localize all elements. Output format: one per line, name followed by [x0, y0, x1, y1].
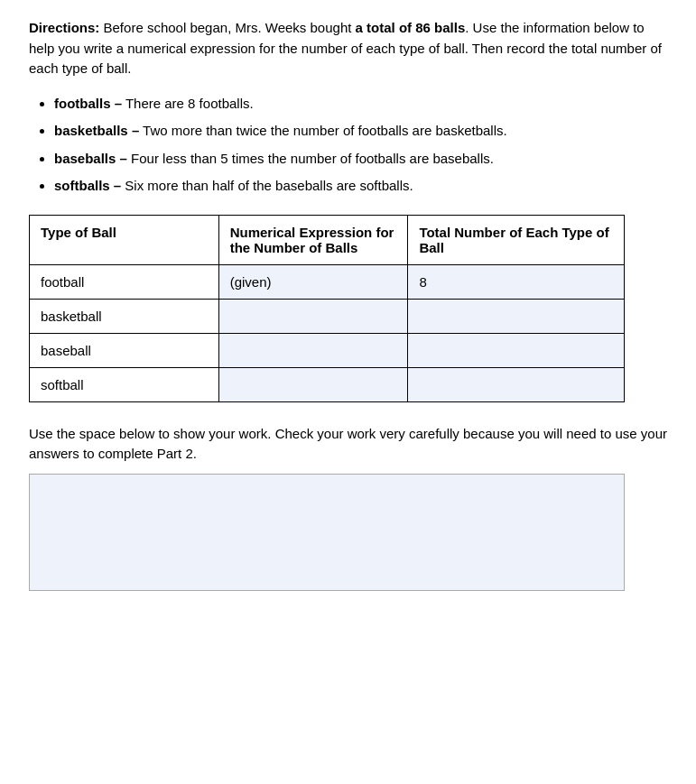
softball-expression[interactable] [218, 367, 408, 401]
workspace-instructions: Use the space below to show your work. C… [29, 424, 667, 465]
football-total[interactable]: 8 [408, 264, 625, 299]
header-type: Type of Ball [30, 215, 219, 264]
list-item-softballs: softballs – Six more than half of the ba… [54, 176, 667, 197]
football-type: football [30, 264, 219, 299]
baseballs-text: Four less than 5 times the number of foo… [127, 151, 494, 166]
workspace-area[interactable] [29, 474, 625, 591]
baseball-expression[interactable] [218, 333, 408, 367]
directions-bold: a total of 86 balls [356, 20, 466, 35]
table-row-softball: softball [30, 367, 625, 401]
baseball-type: baseball [30, 333, 219, 367]
list-item-basketballs: basketballs – Two more than twice the nu… [54, 121, 667, 142]
header-expression: Numerical Expression for the Number of B… [218, 215, 408, 264]
basketballs-text: Two more than twice the number of footba… [139, 123, 506, 138]
footballs-text: There are 8 footballs. [122, 96, 254, 111]
softball-type: softball [30, 367, 219, 401]
football-expression[interactable]: (given) [218, 264, 408, 299]
basketball-type: basketball [30, 299, 219, 333]
footballs-label: footballs – [54, 96, 122, 111]
basketball-total[interactable] [408, 299, 625, 333]
list-item-baseballs: baseballs – Four less than 5 times the n… [54, 149, 667, 170]
baseballs-label: baseballs – [54, 151, 127, 166]
softball-total[interactable] [408, 367, 625, 401]
table-header-row: Type of Ball Numerical Expression for th… [30, 215, 625, 264]
table-row-basketball: basketball [30, 299, 625, 333]
table-row-baseball: baseball [30, 333, 625, 367]
softballs-label: softballs – [54, 178, 121, 193]
baseball-total[interactable] [408, 333, 625, 367]
basketballs-label: basketballs – [54, 123, 139, 138]
table-row-football: football (given) 8 [30, 264, 625, 299]
balls-table: Type of Ball Numerical Expression for th… [29, 215, 625, 402]
directions-paragraph: Directions: Before school began, Mrs. We… [29, 18, 667, 79]
basketball-expression[interactable] [218, 299, 408, 333]
bullet-list: footballs – There are 8 footballs. baske… [29, 94, 667, 197]
directions-prefix: Directions: [29, 20, 99, 35]
list-item-footballs: footballs – There are 8 footballs. [54, 94, 667, 115]
header-total: Total Number of Each Type of Ball [408, 215, 625, 264]
softballs-text: Six more than half of the baseballs are … [121, 178, 413, 193]
directions-text1: Before school began, Mrs. Weeks bought [99, 20, 355, 35]
